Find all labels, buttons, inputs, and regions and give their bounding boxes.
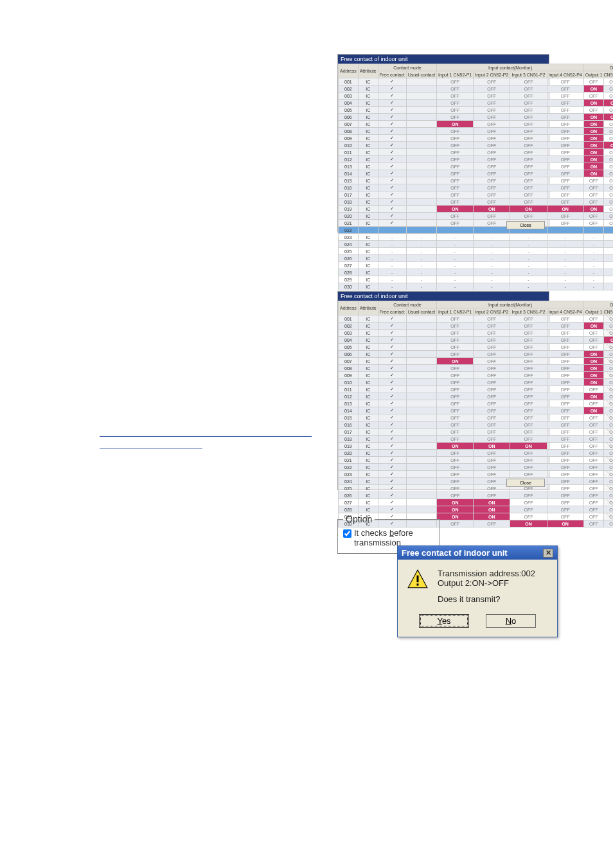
svg-rect-1 (417, 576, 419, 583)
screenshot-operation-contact: Free contact of indoor unit AddressAttri… (337, 291, 549, 490)
warning-icon (407, 569, 429, 590)
transmit-confirm-dialog: Free contact of indoor unit ✕ Transmissi… (397, 545, 558, 637)
dialog-close-icon[interactable]: ✕ (543, 549, 553, 558)
body-underline-2 (100, 448, 202, 448)
screenshot-manual-monitor: Free contact of indoor unit AddressAttri… (337, 54, 549, 233)
option-legend: Option (343, 514, 375, 524)
it-checks-before-transmission-checkbox[interactable] (343, 529, 351, 538)
window-title: Free contact of indoor unit (338, 292, 549, 301)
yes-button[interactable]: Yes (419, 614, 469, 628)
body-underline-1 (100, 436, 312, 437)
it-checks-before-transmission-label: It checks before transmission (354, 528, 413, 547)
close-button[interactable]: Close (506, 221, 545, 229)
no-button[interactable]: No (486, 614, 536, 628)
indoor-unit-table-operation: AddressAttribute Contact mode Input cont… (338, 301, 613, 527)
dialog-message: Transmission address:002 Output 2:ON->OF… (438, 569, 535, 604)
window-title: Free contact of indoor unit (338, 55, 549, 64)
close-button[interactable]: Close (506, 479, 545, 487)
svg-rect-2 (417, 583, 419, 585)
indoor-unit-table-manual: AddressAttribute Contact mode Input cont… (338, 64, 613, 290)
dialog-title: Free contact of indoor unit (402, 548, 508, 558)
